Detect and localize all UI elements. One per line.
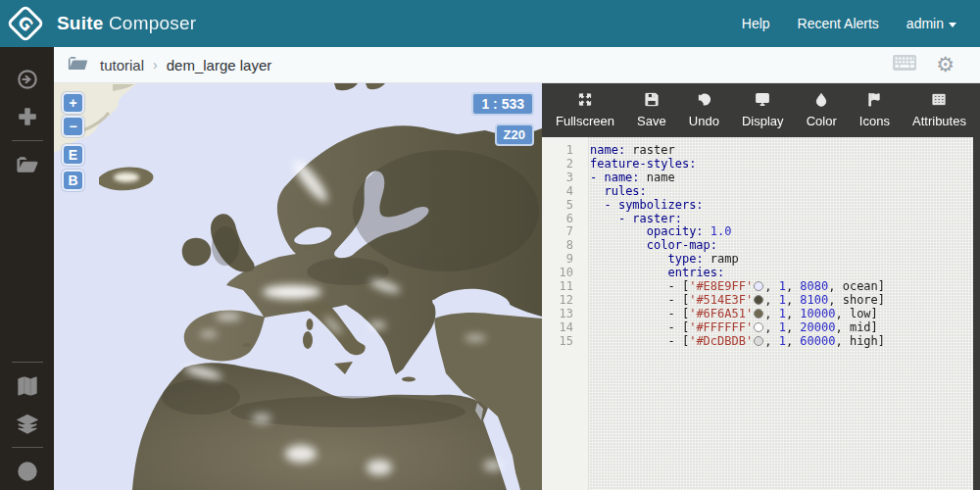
map-layer-toggles: E B xyxy=(62,144,84,191)
code-token: - name: xyxy=(590,171,640,184)
code-token: , xyxy=(786,307,800,320)
yaml-code-editor[interactable]: 1name: raster2feature-styles:3- name: na… xyxy=(542,137,980,490)
undo-button[interactable]: Undo xyxy=(685,92,723,128)
attributes-button[interactable]: Attributes xyxy=(908,92,970,128)
color-swatch-icon[interactable] xyxy=(754,322,763,332)
code-token: 1 xyxy=(779,320,786,334)
code-token xyxy=(590,252,667,266)
color-swatch-icon[interactable] xyxy=(754,281,763,291)
line-number: 12 xyxy=(542,294,581,308)
toolbar-button-label: Attributes xyxy=(912,114,966,128)
code-token: 60000 xyxy=(800,334,835,348)
code-token xyxy=(590,238,647,252)
code-line[interactable]: 13 - ['#6F6A51', 1, 10000, low] xyxy=(542,308,980,321)
color-button[interactable]: Color xyxy=(803,92,841,128)
settings-gear-icon[interactable]: ⚙ xyxy=(936,55,955,75)
folder-icon[interactable] xyxy=(68,55,88,74)
code-token: name: xyxy=(590,143,625,157)
logo-letter: G xyxy=(15,13,36,34)
code-line[interactable]: 14 - ['#FFFFFF', 1, 20000, mid] xyxy=(542,321,980,335)
sidebar-divider xyxy=(12,140,43,141)
zoom-in-button[interactable]: + xyxy=(62,92,84,114)
nav-recent-alerts[interactable]: Recent Alerts xyxy=(798,16,879,31)
zoom-out-button[interactable]: − xyxy=(62,116,84,137)
keyboard-shortcuts-icon[interactable] xyxy=(893,55,916,74)
code-token: - symbolizers: xyxy=(604,198,703,212)
code-token: 10000 xyxy=(800,307,835,320)
save-button[interactable]: Save xyxy=(633,92,670,128)
code-token: , xyxy=(786,334,800,348)
code-line[interactable]: 3- name: name xyxy=(542,172,980,185)
app-title: Suite Composer xyxy=(57,13,196,34)
code-line[interactable]: 8 color-map: xyxy=(542,239,980,253)
code-line[interactable]: 1name: raster xyxy=(542,144,980,158)
code-line[interactable]: 4 rules: xyxy=(542,185,980,199)
code-token: 1 xyxy=(779,279,786,293)
code-token: , xyxy=(764,334,778,348)
sidebar-divider xyxy=(12,447,43,448)
toolbar-button-label: Fullscreen xyxy=(556,114,614,128)
code-line[interactable]: 2feature-styles: xyxy=(542,158,980,172)
color-swatch-icon[interactable] xyxy=(754,295,763,305)
sidebar-clock-icon[interactable] xyxy=(0,453,54,490)
toolbar-button-label: Display xyxy=(742,114,784,128)
breadcrumb-workspace[interactable]: tutorial xyxy=(100,57,144,74)
display-icon xyxy=(755,92,770,110)
toolbar-button-label: Color xyxy=(807,114,837,128)
line-number: 8 xyxy=(542,239,581,253)
code-line[interactable]: 9 type: ramp xyxy=(542,253,980,267)
code-token: raster xyxy=(625,143,675,157)
sidebar-arrow-circle-icon[interactable] xyxy=(0,61,54,98)
editor-toolbar: FullscreenSaveUndoDisplayColorIconsAttri… xyxy=(542,83,980,137)
map-viewport[interactable]: + − E B 1 : 533 Z20 xyxy=(54,83,542,490)
line-content: - ['#514E3F', 1, 8100, shore] xyxy=(581,294,885,308)
code-token: , ocean] xyxy=(828,279,885,293)
breadcrumb-layer: dem_large layer xyxy=(167,57,272,74)
dem-raster-map xyxy=(54,83,542,490)
display-button[interactable]: Display xyxy=(738,92,788,128)
code-token: color-map: xyxy=(647,238,717,252)
code-line[interactable]: 15 - ['#DcDBDB', 1, 60000, high] xyxy=(542,335,980,349)
code-token: 1 xyxy=(779,334,786,348)
code-line[interactable]: 10 entries: xyxy=(542,267,980,280)
line-content: - raster: xyxy=(581,213,682,226)
icons-icon xyxy=(866,92,882,110)
top-nav: HelpRecent Alertsadmin xyxy=(742,16,956,31)
logo-diamond-icon: G xyxy=(6,4,45,43)
toolbar-button-label: Save xyxy=(637,114,666,128)
icons-button[interactable]: Icons xyxy=(856,92,894,128)
code-line[interactable]: 6 - raster: xyxy=(542,213,980,226)
code-token: - [ xyxy=(590,307,689,320)
color-swatch-icon[interactable] xyxy=(754,336,763,346)
code-line[interactable]: 12 - ['#514E3F', 1, 8100, shore] xyxy=(542,294,980,308)
code-line[interactable]: 7 opacity: 1.0 xyxy=(542,225,980,239)
sidebar-plus-icon[interactable] xyxy=(0,98,54,135)
nav-help[interactable]: Help xyxy=(742,16,770,31)
app-logo[interactable]: G xyxy=(0,10,51,37)
sidebar-layers-icon[interactable] xyxy=(0,405,54,442)
code-token: opacity: xyxy=(647,224,704,238)
line-number: 3 xyxy=(542,172,581,185)
color-swatch-icon[interactable] xyxy=(754,309,763,318)
line-content: color-map: xyxy=(581,239,717,253)
sidebar-folder-open-icon[interactable] xyxy=(0,146,54,183)
code-token: , high] xyxy=(835,334,885,348)
save-icon xyxy=(644,92,660,110)
edit-layer-button[interactable]: E xyxy=(62,144,84,166)
fullscreen-button[interactable]: Fullscreen xyxy=(552,92,618,128)
sidebar-map-icon[interactable] xyxy=(0,368,54,405)
nav-admin-menu[interactable]: admin xyxy=(906,16,956,31)
line-number: 4 xyxy=(542,185,581,199)
code-area[interactable]: 1name: raster2feature-styles:3- name: na… xyxy=(542,137,980,349)
code-line[interactable]: 11 - ['#E8E9FF', 1, 8080, ocean] xyxy=(542,280,980,294)
line-content: - ['#DcDBDB', 1, 60000, high] xyxy=(581,335,885,349)
toolbar-button-label: Undo xyxy=(689,114,719,128)
code-token: , xyxy=(764,293,778,307)
basemap-button[interactable]: B xyxy=(62,170,84,191)
code-line[interactable]: 5 - symbolizers: xyxy=(542,199,980,213)
code-token: , xyxy=(764,279,778,293)
code-token: 8080 xyxy=(800,279,828,293)
line-number: 6 xyxy=(542,213,581,226)
code-token xyxy=(590,266,667,279)
code-token: , xyxy=(786,293,800,307)
